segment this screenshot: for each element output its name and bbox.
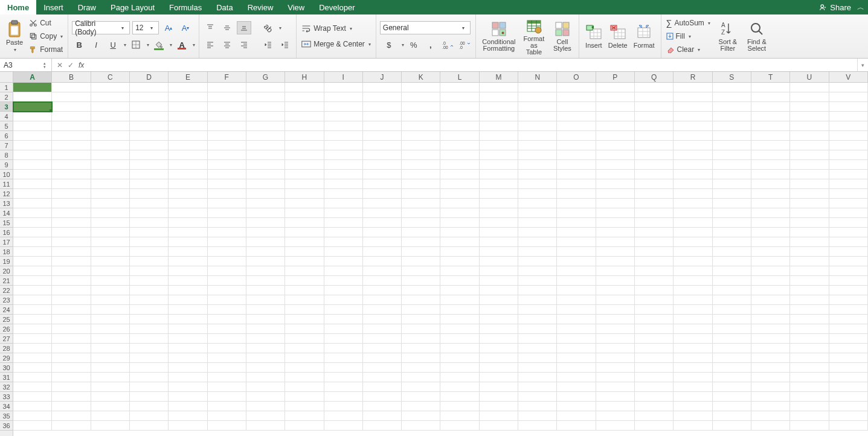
cell-Q19[interactable]: [635, 257, 674, 266]
cell-I11[interactable]: [324, 179, 363, 189]
row-header-33[interactable]: 33: [0, 392, 13, 402]
column-header-R[interactable]: R: [674, 72, 712, 82]
cell-R17[interactable]: [674, 237, 712, 247]
cell-M1[interactable]: [480, 83, 518, 92]
cell-E2[interactable]: [169, 92, 207, 102]
cell-B23[interactable]: [52, 295, 91, 305]
cell-F36[interactable]: [208, 421, 246, 431]
align-bottom-button[interactable]: [237, 21, 251, 34]
cell-B22[interactable]: [52, 286, 91, 295]
cell-K25[interactable]: [402, 315, 440, 324]
cell-J24[interactable]: [363, 305, 402, 315]
cell-T26[interactable]: [751, 324, 790, 334]
cell-E8[interactable]: [169, 150, 207, 160]
wrap-text-button[interactable]: Wrap Text▾: [300, 22, 372, 34]
cell-P9[interactable]: [596, 160, 635, 170]
cell-F29[interactable]: [208, 353, 246, 363]
cell-J7[interactable]: [363, 141, 402, 150]
cell-H6[interactable]: [285, 131, 324, 141]
cell-J32[interactable]: [363, 382, 402, 392]
cell-L12[interactable]: [440, 189, 479, 199]
cell-C31[interactable]: [91, 373, 130, 382]
cell-I5[interactable]: [324, 121, 363, 131]
cell-B29[interactable]: [52, 353, 91, 363]
cell-D24[interactable]: [130, 305, 169, 315]
cell-K3[interactable]: [402, 102, 440, 112]
cell-B24[interactable]: [52, 305, 91, 315]
cell-C11[interactable]: [91, 179, 130, 189]
cell-V3[interactable]: [829, 102, 868, 112]
cell-Q23[interactable]: [635, 295, 674, 305]
cell-A21[interactable]: [13, 276, 52, 286]
row-header-6[interactable]: 6: [0, 131, 13, 141]
cell-M9[interactable]: [480, 160, 518, 170]
cell-U27[interactable]: [790, 334, 829, 344]
cell-H19[interactable]: [285, 257, 324, 266]
cell-U6[interactable]: [790, 131, 829, 141]
cell-R9[interactable]: [674, 160, 712, 170]
cell-C36[interactable]: [91, 421, 130, 431]
cell-M10[interactable]: [480, 170, 518, 179]
cell-I4[interactable]: [324, 112, 363, 121]
cell-C25[interactable]: [91, 315, 130, 324]
cell-A22[interactable]: [13, 286, 52, 295]
cell-V12[interactable]: [829, 189, 868, 199]
cell-B10[interactable]: [52, 170, 91, 179]
cell-P26[interactable]: [596, 324, 635, 334]
cell-K12[interactable]: [402, 189, 440, 199]
cell-T8[interactable]: [751, 150, 790, 160]
row-header-29[interactable]: 29: [0, 353, 13, 363]
cell-K33[interactable]: [402, 392, 440, 402]
column-header-N[interactable]: N: [518, 72, 557, 82]
cell-C9[interactable]: [91, 160, 130, 170]
row-header-4[interactable]: 4: [0, 112, 13, 121]
cell-S34[interactable]: [713, 402, 751, 411]
cell-U22[interactable]: [790, 286, 829, 295]
cell-O17[interactable]: [557, 237, 596, 247]
cell-T24[interactable]: [751, 305, 790, 315]
cell-K30[interactable]: [402, 363, 440, 373]
row-header-10[interactable]: 10: [0, 170, 13, 179]
cell-V6[interactable]: [829, 131, 868, 141]
cell-O16[interactable]: [557, 228, 596, 237]
row-header-8[interactable]: 8: [0, 150, 13, 160]
cell-I26[interactable]: [324, 324, 363, 334]
cell-B17[interactable]: [52, 237, 91, 247]
cell-E14[interactable]: [169, 208, 207, 218]
column-header-F[interactable]: F: [208, 72, 246, 82]
cell-V34[interactable]: [829, 402, 868, 411]
cell-B30[interactable]: [52, 363, 91, 373]
font-name-combo[interactable]: Calibri (Body)▾: [72, 21, 130, 34]
cell-H2[interactable]: [285, 92, 324, 102]
cell-F18[interactable]: [208, 247, 246, 257]
cell-K6[interactable]: [402, 131, 440, 141]
cell-M4[interactable]: [480, 112, 518, 121]
cell-R14[interactable]: [674, 208, 712, 218]
cell-G14[interactable]: [246, 208, 285, 218]
cell-M27[interactable]: [480, 334, 518, 344]
cell-Q35[interactable]: [635, 411, 674, 421]
cell-K10[interactable]: [402, 170, 440, 179]
cell-K26[interactable]: [402, 324, 440, 334]
cell-E3[interactable]: [169, 102, 207, 112]
cell-M8[interactable]: [480, 150, 518, 160]
cell-A1[interactable]: [13, 83, 52, 92]
cell-S6[interactable]: [713, 131, 751, 141]
cell-O23[interactable]: [557, 295, 596, 305]
row-header-36[interactable]: 36: [0, 421, 13, 431]
cell-F5[interactable]: [208, 121, 246, 131]
cell-F34[interactable]: [208, 402, 246, 411]
align-center-button[interactable]: [220, 38, 234, 51]
enter-formula-button[interactable]: ✓: [68, 61, 74, 69]
cell-H8[interactable]: [285, 150, 324, 160]
cell-J4[interactable]: [363, 112, 402, 121]
expand-formula-bar-button[interactable]: ▾: [857, 59, 868, 71]
cell-V36[interactable]: [829, 421, 868, 431]
cell-R4[interactable]: [674, 112, 712, 121]
cell-E1[interactable]: [169, 83, 207, 92]
cell-J8[interactable]: [363, 150, 402, 160]
select-all-corner[interactable]: [0, 72, 13, 83]
cell-M13[interactable]: [480, 199, 518, 208]
cell-E19[interactable]: [169, 257, 207, 266]
cell-T34[interactable]: [751, 402, 790, 411]
